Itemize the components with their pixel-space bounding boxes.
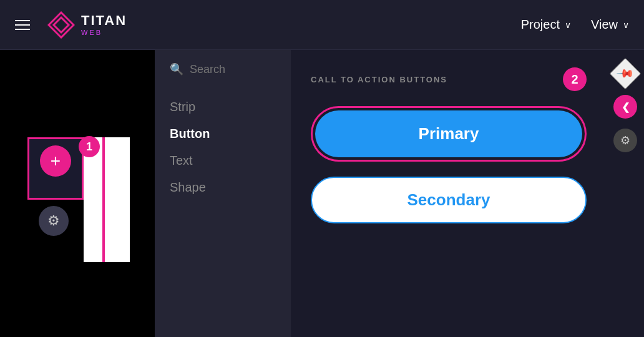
gear-button-right[interactable]: ⚙ — [613, 129, 637, 152]
gear-icon-left: ⚙ — [47, 213, 60, 229]
badge-1[interactable]: 1 — [79, 136, 100, 157]
logo-subtitle: WEB — [81, 29, 127, 36]
add-element-button[interactable]: + — [40, 145, 71, 177]
logo-text: TITAN WEB — [81, 13, 127, 36]
view-chevron-icon: ∨ — [623, 20, 629, 30]
element-add-box: + — [27, 137, 84, 200]
search-row: 🔍 — [170, 62, 276, 76]
project-label: Project — [521, 17, 560, 32]
collapse-panel-button[interactable]: ❮ — [613, 95, 637, 119]
header-nav: Project ∨ View ∨ — [521, 17, 629, 32]
primary-button-wrapper: Primary — [311, 106, 587, 162]
pin-icon: 📌 — [615, 64, 635, 83]
header: TITAN WEB Project ∨ View ∨ — [0, 0, 644, 50]
header-left: TITAN WEB — [15, 11, 127, 39]
secondary-button-wrapper: Secondary — [311, 177, 587, 223]
logo-title: TITAN — [81, 13, 127, 28]
view-nav-item[interactable]: View ∨ — [591, 17, 629, 32]
badge-2[interactable]: 2 — [563, 67, 587, 91]
logo-container: TITAN WEB — [47, 11, 127, 39]
gear-icon-right: ⚙ — [620, 134, 630, 147]
sidebar-item-button[interactable]: Button — [170, 120, 276, 147]
pin-button[interactable]: 📌 — [610, 58, 642, 90]
sidebar-item-shape[interactable]: Shape — [170, 174, 276, 201]
gear-button-left[interactable]: ⚙ — [39, 206, 69, 236]
logo-diamond-icon — [47, 11, 75, 39]
section-title: CALL TO ACTION BUTTONS — [311, 75, 447, 84]
primary-button[interactable]: Primary — [315, 110, 582, 157]
sidebar-item-text[interactable]: Text — [170, 147, 276, 174]
secondary-button[interactable]: Secondary — [311, 177, 587, 223]
canvas-preview: + 1 ⚙ — [21, 100, 134, 287]
sidebar-item-strip[interactable]: Strip — [170, 94, 276, 120]
search-input[interactable] — [190, 63, 276, 76]
white-strip-2 — [105, 137, 130, 262]
view-label: View — [591, 17, 618, 32]
project-nav-item[interactable]: Project ∨ — [521, 17, 571, 32]
hamburger-icon[interactable] — [15, 20, 30, 30]
search-icon: 🔍 — [170, 62, 183, 76]
right-side-icons: 📌 ❮ ⚙ — [607, 50, 644, 337]
section-header: CALL TO ACTION BUTTONS 2 — [311, 67, 587, 91]
project-chevron-icon: ∨ — [565, 20, 571, 30]
sidebar: 🔍 Strip Button Text Shape — [155, 50, 291, 337]
chevron-left-icon: ❮ — [622, 101, 630, 113]
svg-marker-1 — [54, 17, 69, 32]
main-content: CALL TO ACTION BUTTONS 2 Primary Seconda… — [291, 50, 607, 337]
left-panel: + 1 ⚙ — [0, 50, 155, 337]
